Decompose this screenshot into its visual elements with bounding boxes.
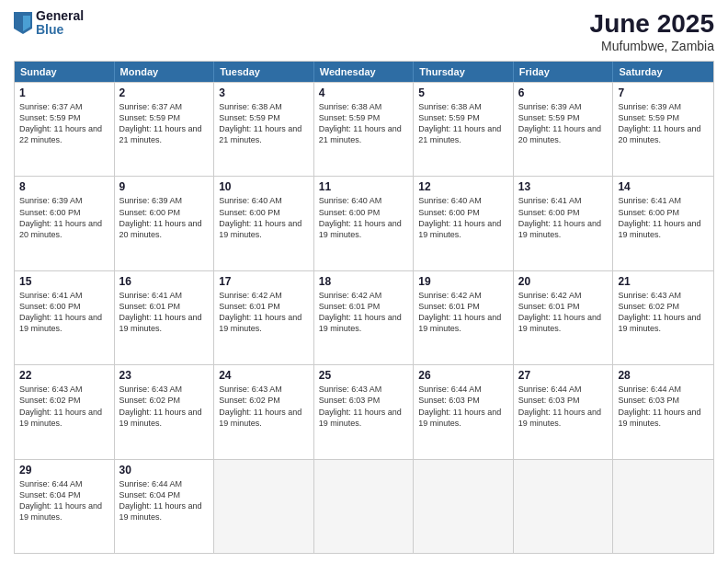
day-cell-13: 13Sunrise: 6:41 AM Sunset: 6:00 PM Dayli… (514, 177, 614, 270)
day-number: 3 (219, 86, 309, 99)
day-info: Sunrise: 6:43 AM Sunset: 6:02 PM Dayligh… (19, 384, 109, 429)
day-info: Sunrise: 6:38 AM Sunset: 5:59 PM Dayligh… (219, 101, 309, 146)
day-info: Sunrise: 6:43 AM Sunset: 6:02 PM Dayligh… (219, 384, 309, 429)
day-number: 30 (119, 464, 210, 477)
logo-general-text: General (36, 9, 84, 23)
day-cell-10: 10Sunrise: 6:40 AM Sunset: 6:00 PM Dayli… (214, 177, 314, 270)
weekday-header-tuesday: Tuesday (214, 62, 314, 82)
day-info: Sunrise: 6:41 AM Sunset: 6:01 PM Dayligh… (119, 290, 210, 335)
header: General Blue June 2025 Mufumbwe, Zambia (14, 9, 714, 53)
day-info: Sunrise: 6:41 AM Sunset: 6:00 PM Dayligh… (618, 195, 709, 240)
calendar-row-1: 1Sunrise: 6:37 AM Sunset: 5:59 PM Daylig… (15, 82, 713, 176)
day-cell-7: 7Sunrise: 6:39 AM Sunset: 5:59 PM Daylig… (613, 83, 713, 176)
day-info: Sunrise: 6:40 AM Sunset: 6:00 PM Dayligh… (319, 195, 409, 240)
day-number: 29 (19, 464, 109, 477)
day-cell-30: 30Sunrise: 6:44 AM Sunset: 6:04 PM Dayli… (115, 460, 215, 553)
logo-icon (14, 12, 32, 34)
logo-blue-text: Blue (36, 23, 84, 37)
day-cell-21: 21Sunrise: 6:43 AM Sunset: 6:02 PM Dayli… (613, 271, 713, 364)
empty-cell (214, 460, 314, 553)
calendar-row-4: 22Sunrise: 6:43 AM Sunset: 6:02 PM Dayli… (15, 364, 713, 458)
weekday-header-friday: Friday (514, 62, 614, 82)
weekday-header-sunday: Sunday (15, 62, 115, 82)
day-cell-23: 23Sunrise: 6:43 AM Sunset: 6:02 PM Dayli… (115, 365, 215, 458)
day-number: 22 (19, 369, 109, 382)
calendar: SundayMondayTuesdayWednesdayThursdayFrid… (14, 61, 714, 554)
day-number: 24 (219, 369, 309, 382)
day-number: 1 (19, 86, 109, 99)
day-info: Sunrise: 6:41 AM Sunset: 6:00 PM Dayligh… (19, 290, 109, 335)
day-cell-3: 3Sunrise: 6:38 AM Sunset: 5:59 PM Daylig… (214, 83, 314, 176)
day-cell-25: 25Sunrise: 6:43 AM Sunset: 6:03 PM Dayli… (314, 365, 415, 458)
day-info: Sunrise: 6:43 AM Sunset: 6:02 PM Dayligh… (119, 384, 210, 429)
day-info: Sunrise: 6:39 AM Sunset: 5:59 PM Dayligh… (618, 101, 709, 146)
day-cell-17: 17Sunrise: 6:42 AM Sunset: 6:01 PM Dayli… (214, 271, 314, 364)
weekday-header-monday: Monday (115, 62, 215, 82)
weekday-header-saturday: Saturday (613, 62, 713, 82)
day-number: 4 (319, 86, 409, 99)
day-cell-5: 5Sunrise: 6:38 AM Sunset: 5:59 PM Daylig… (414, 83, 514, 176)
day-info: Sunrise: 6:42 AM Sunset: 6:01 PM Dayligh… (518, 290, 609, 335)
day-number: 27 (518, 369, 609, 382)
day-number: 20 (518, 275, 609, 288)
day-info: Sunrise: 6:43 AM Sunset: 6:02 PM Dayligh… (618, 290, 709, 335)
day-number: 19 (418, 275, 508, 288)
day-info: Sunrise: 6:44 AM Sunset: 6:03 PM Dayligh… (518, 384, 609, 429)
day-cell-11: 11Sunrise: 6:40 AM Sunset: 6:00 PM Dayli… (314, 177, 415, 270)
day-cell-1: 1Sunrise: 6:37 AM Sunset: 5:59 PM Daylig… (15, 83, 115, 176)
month-title: June 2025 (590, 9, 714, 39)
day-number: 25 (319, 369, 409, 382)
day-cell-24: 24Sunrise: 6:43 AM Sunset: 6:02 PM Dayli… (214, 365, 314, 458)
day-info: Sunrise: 6:43 AM Sunset: 6:03 PM Dayligh… (319, 384, 409, 429)
day-number: 7 (618, 86, 709, 99)
day-number: 10 (219, 180, 309, 193)
day-number: 15 (19, 275, 109, 288)
calendar-body: 1Sunrise: 6:37 AM Sunset: 5:59 PM Daylig… (15, 82, 713, 553)
day-info: Sunrise: 6:38 AM Sunset: 5:59 PM Dayligh… (418, 101, 508, 146)
day-number: 26 (418, 369, 508, 382)
day-cell-27: 27Sunrise: 6:44 AM Sunset: 6:03 PM Dayli… (514, 365, 614, 458)
day-number: 21 (618, 275, 709, 288)
logo-text: General Blue (36, 9, 84, 38)
day-info: Sunrise: 6:44 AM Sunset: 6:03 PM Dayligh… (418, 384, 508, 429)
day-info: Sunrise: 6:39 AM Sunset: 6:00 PM Dayligh… (119, 195, 210, 240)
day-number: 23 (119, 369, 210, 382)
day-info: Sunrise: 6:42 AM Sunset: 6:01 PM Dayligh… (418, 290, 508, 335)
title-block: June 2025 Mufumbwe, Zambia (590, 9, 714, 53)
day-cell-29: 29Sunrise: 6:44 AM Sunset: 6:04 PM Dayli… (15, 460, 115, 553)
day-cell-8: 8Sunrise: 6:39 AM Sunset: 6:00 PM Daylig… (15, 177, 115, 270)
day-number: 9 (119, 180, 210, 193)
day-cell-6: 6Sunrise: 6:39 AM Sunset: 5:59 PM Daylig… (514, 83, 614, 176)
location: Mufumbwe, Zambia (590, 39, 714, 53)
calendar-header: SundayMondayTuesdayWednesdayThursdayFrid… (15, 62, 713, 82)
day-cell-19: 19Sunrise: 6:42 AM Sunset: 6:01 PM Dayli… (414, 271, 514, 364)
day-number: 11 (319, 180, 409, 193)
day-info: Sunrise: 6:40 AM Sunset: 6:00 PM Dayligh… (219, 195, 309, 240)
empty-cell (514, 460, 614, 553)
day-number: 12 (418, 180, 508, 193)
day-cell-2: 2Sunrise: 6:37 AM Sunset: 5:59 PM Daylig… (115, 83, 215, 176)
day-info: Sunrise: 6:44 AM Sunset: 6:03 PM Dayligh… (618, 384, 709, 429)
day-cell-9: 9Sunrise: 6:39 AM Sunset: 6:00 PM Daylig… (115, 177, 215, 270)
day-cell-28: 28Sunrise: 6:44 AM Sunset: 6:03 PM Dayli… (613, 365, 713, 458)
day-number: 16 (119, 275, 210, 288)
day-info: Sunrise: 6:37 AM Sunset: 5:59 PM Dayligh… (19, 101, 109, 146)
calendar-row-3: 15Sunrise: 6:41 AM Sunset: 6:00 PM Dayli… (15, 270, 713, 364)
weekday-header-wednesday: Wednesday (314, 62, 415, 82)
day-number: 5 (418, 86, 508, 99)
empty-cell (613, 460, 713, 553)
weekday-header-thursday: Thursday (414, 62, 514, 82)
day-cell-18: 18Sunrise: 6:42 AM Sunset: 6:01 PM Dayli… (314, 271, 415, 364)
logo: General Blue (14, 9, 84, 38)
day-number: 14 (618, 180, 709, 193)
day-info: Sunrise: 6:40 AM Sunset: 6:00 PM Dayligh… (418, 195, 508, 240)
day-number: 18 (319, 275, 409, 288)
day-cell-20: 20Sunrise: 6:42 AM Sunset: 6:01 PM Dayli… (514, 271, 614, 364)
day-number: 6 (518, 86, 609, 99)
day-cell-14: 14Sunrise: 6:41 AM Sunset: 6:00 PM Dayli… (613, 177, 713, 270)
day-number: 28 (618, 369, 709, 382)
empty-cell (414, 460, 514, 553)
day-info: Sunrise: 6:39 AM Sunset: 5:59 PM Dayligh… (518, 101, 609, 146)
day-number: 8 (19, 180, 109, 193)
day-info: Sunrise: 6:38 AM Sunset: 5:59 PM Dayligh… (319, 101, 409, 146)
